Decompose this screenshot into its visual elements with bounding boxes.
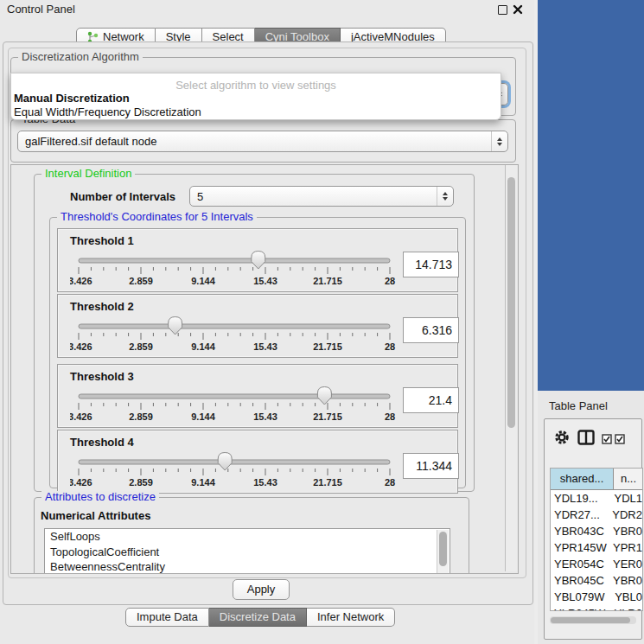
attribute-item[interactable]: BetweennessCentrality xyxy=(45,559,450,574)
app-root: { "window": { "title": "Control Panel" }… xyxy=(0,0,644,644)
cell-name: YBR0 xyxy=(608,572,642,589)
table-row[interactable]: YDL19...YDL1 xyxy=(551,490,642,507)
column-header-shared-name[interactable]: shared... xyxy=(551,469,614,489)
threshold-slider[interactable]: -3.4262.8599.14415.4321.71528 xyxy=(70,451,450,489)
popup-hint: Select algorithm to view settings xyxy=(11,79,501,92)
tab-infer-network[interactable]: Infer Network xyxy=(307,608,395,627)
group-title: Attributes to discretize xyxy=(41,491,159,503)
svg-text:15.43: 15.43 xyxy=(253,477,277,488)
svg-text:-3.426: -3.426 xyxy=(70,276,92,286)
numerical-attributes-list[interactable]: SelfLoopsTopologicalCoefficientBetweenne… xyxy=(44,528,450,574)
table-panel-title: Table Panel xyxy=(549,399,608,412)
cell-name: YLR3 xyxy=(609,605,642,611)
threshold-label: Threshold 2 xyxy=(70,300,134,313)
number-of-intervals-combo[interactable]: 5 xyxy=(189,186,454,207)
svg-text:2.859: 2.859 xyxy=(129,276,153,286)
tab-impute-data[interactable]: Impute Data xyxy=(125,608,209,627)
slider-thumb[interactable] xyxy=(252,252,265,270)
popup-option-equal-width-frequency[interactable]: Equal Width/Frequency Discretization xyxy=(14,105,498,118)
threshold-slider[interactable]: -3.4262.8599.14415.4321.71528 xyxy=(70,316,450,354)
bottom-tab-bar: Impute DataDiscretize DataInfer Network xyxy=(125,608,395,627)
slider-thumb[interactable] xyxy=(218,453,232,471)
cell-name: YER0 xyxy=(608,556,642,572)
apply-button[interactable]: Apply xyxy=(233,579,290,600)
table-row[interactable]: YER054CYER0 xyxy=(551,556,642,572)
svg-text:-3.426: -3.426 xyxy=(70,477,92,488)
close-icon[interactable] xyxy=(513,4,523,15)
checkbox-icon[interactable] xyxy=(602,434,612,444)
gear-icon[interactable] xyxy=(553,429,571,446)
table-row[interactable]: YBL079WYBL0 xyxy=(551,589,642,605)
svg-text:-3.426: -3.426 xyxy=(70,341,92,352)
column-header-name[interactable]: n... xyxy=(614,469,642,489)
tab-label: Infer Network xyxy=(317,609,384,626)
float-window-icon[interactable] xyxy=(498,5,507,15)
tab-label: Impute Data xyxy=(137,609,198,626)
combo-arrows-icon xyxy=(491,131,507,151)
threshold-3-panel: Threshold 3-3.4262.8599.14415.4321.71528… xyxy=(57,364,458,428)
cell-name: YDL1 xyxy=(609,490,642,507)
table-row[interactable]: YBR043CYBR0 xyxy=(551,523,642,539)
slider-thumb[interactable] xyxy=(169,317,182,335)
attribute-item[interactable]: SelfLoops xyxy=(45,529,450,545)
threshold-slider[interactable]: -3.4262.8599.14415.4321.71528 xyxy=(70,386,450,424)
svg-text:2.859: 2.859 xyxy=(129,341,153,352)
svg-text:28: 28 xyxy=(385,477,395,488)
svg-text:-3.426: -3.426 xyxy=(70,411,92,422)
threshold-1-panel: Threshold 1-3.4262.8599.14415.4321.71528… xyxy=(57,228,458,292)
threshold-slider[interactable]: -3.4262.8599.14415.4321.71528 xyxy=(70,250,450,288)
cell-name: YDR2 xyxy=(607,507,642,523)
popup-option-manual-discretization[interactable]: Manual Discretization xyxy=(14,92,498,105)
threshold-value-field[interactable]: 6.316 xyxy=(403,317,459,343)
node-table: shared... n... YDL19...YDL1YDR27...YDR2Y… xyxy=(550,468,643,611)
threshold-value-field[interactable]: 11.344 xyxy=(403,453,459,479)
table-data-combo[interactable]: galFiltered.sif default node xyxy=(17,131,508,152)
group-title: Discretization Algorithm xyxy=(18,51,143,63)
table-row[interactable]: YPR145WYPR1 xyxy=(551,539,642,556)
svg-text:15.43: 15.43 xyxy=(253,341,277,352)
cell-shared-name: YDR27... xyxy=(551,507,607,523)
table-rows: YDL19...YDL1YDR27...YDR2YBR043CYBR0YPR14… xyxy=(551,490,642,611)
table-row[interactable]: YBR045CYBR0 xyxy=(551,572,642,589)
cell-shared-name: YBR045C xyxy=(551,572,608,589)
threshold-value-field[interactable]: 21.4 xyxy=(403,387,459,413)
cell-shared-name: YER054C xyxy=(551,556,608,572)
table-row[interactable]: YLR345WYLR3 xyxy=(551,605,642,611)
number-of-intervals-value: 5 xyxy=(197,190,203,203)
table-hscrollbar[interactable] xyxy=(550,616,636,624)
settings-scrollpane: Interval Definition Number of Intervals … xyxy=(10,164,519,574)
slider-thumb[interactable] xyxy=(317,387,331,405)
threshold-2-panel: Threshold 2-3.4262.8599.14415.4321.71528… xyxy=(57,294,458,358)
tab-discretize-data[interactable]: Discretize Data xyxy=(209,608,307,627)
svg-text:21.715: 21.715 xyxy=(313,477,342,488)
network-view-frame: GAL80G.CGAL11GAL4HGCY1HAP2 xyxy=(538,0,644,392)
svg-text:21.715: 21.715 xyxy=(313,341,342,352)
cell-name: YBR0 xyxy=(608,523,642,539)
numerical-attributes-label: Numerical Attributes xyxy=(41,509,150,522)
tab-label: Discretize Data xyxy=(220,609,296,626)
cell-shared-name: YBL079W xyxy=(551,589,609,605)
threshold-label: Threshold 4 xyxy=(70,436,134,449)
columns-icon[interactable] xyxy=(577,430,595,445)
list-scrollbar[interactable] xyxy=(437,530,449,574)
threshold-value-field[interactable]: 14.713 xyxy=(403,252,459,277)
svg-text:21.715: 21.715 xyxy=(313,411,342,422)
cell-name: YPR1 xyxy=(608,539,642,556)
table-window: shared... n... YDL19...YDL1YDR27...YDR2Y… xyxy=(544,418,642,640)
svg-text:28: 28 xyxy=(385,276,395,286)
settings-scrollbar[interactable] xyxy=(505,165,517,571)
thresholds-group: Threshold's Coordinates for 5 Intervals … xyxy=(49,217,466,488)
control-panel: Control Panel NetworkStyleSelectCyni Too… xyxy=(0,0,534,644)
threshold-4-panel: Threshold 4-3.4262.8599.14415.4321.71528… xyxy=(57,430,458,494)
table-panel: Table Panel shared... n... xyxy=(538,391,644,644)
svg-text:9.144: 9.144 xyxy=(191,276,215,286)
cell-shared-name: YPR145W xyxy=(551,539,608,556)
cell-shared-name: YDL19... xyxy=(551,490,609,507)
svg-text:28: 28 xyxy=(385,411,395,422)
threshold-label: Threshold 3 xyxy=(70,370,134,383)
cell-name: YBL0 xyxy=(609,589,642,605)
table-row[interactable]: YDR27...YDR2 xyxy=(551,507,642,523)
checkbox-icon[interactable] xyxy=(615,434,625,444)
attribute-item[interactable]: TopologicalCoefficient xyxy=(45,545,450,560)
table-toolbar xyxy=(545,419,641,457)
